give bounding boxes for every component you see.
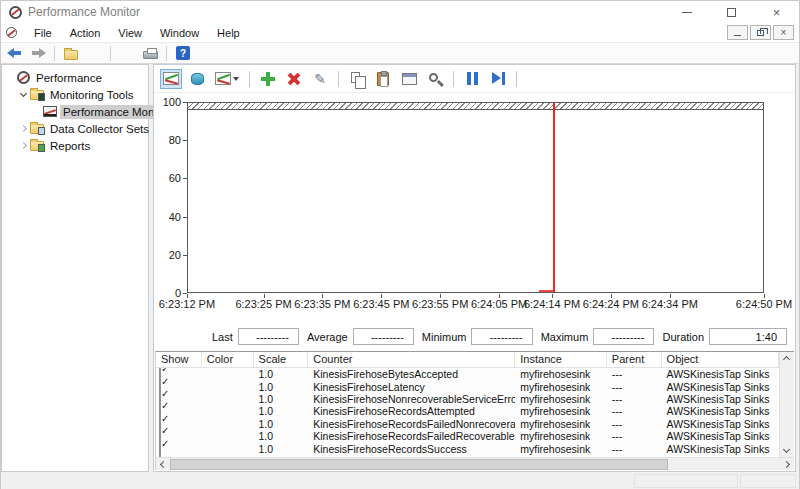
child-close-icon: × <box>781 28 787 38</box>
update-data-icon[interactable] <box>487 69 509 89</box>
toolbar-separator <box>110 46 111 61</box>
x-tick-label: 6:24:14 PM <box>524 298 580 310</box>
minimize-button[interactable] <box>664 1 709 23</box>
paste-counter-list-icon[interactable] <box>372 69 394 89</box>
menu-file[interactable]: File <box>25 25 61 41</box>
close-button[interactable]: × <box>754 1 799 23</box>
zoom-graph-icon[interactable] <box>424 69 446 89</box>
scale-cell: 1.0 <box>254 405 309 417</box>
forward-icon[interactable] <box>28 45 48 62</box>
sidebar-item-performance-monitor[interactable]: Performance Monitor <box>2 103 148 120</box>
stat-value-minimum: --------- <box>471 328 532 345</box>
tree-expander-icon[interactable] <box>19 141 29 151</box>
toolbar-separator <box>54 46 55 61</box>
counter-table: ShowColorScaleCounterInstanceParentObjec… <box>155 351 794 470</box>
y-tick-mark <box>183 178 187 179</box>
column-header-counter[interactable]: Counter <box>308 352 515 367</box>
x-tick-mark <box>764 294 765 298</box>
child-restore-icon <box>757 30 764 36</box>
sidebar-item-performance[interactable]: Performance <box>2 69 148 86</box>
column-header-show[interactable]: Show <box>156 352 202 367</box>
freeze-display-icon[interactable] <box>461 69 483 89</box>
parent-cell: --- <box>607 443 662 455</box>
horizontal-scrollbar[interactable] <box>156 457 794 470</box>
chart-plot-area[interactable] <box>187 102 764 293</box>
child-restore-button[interactable] <box>750 25 771 40</box>
child-close-button[interactable]: × <box>773 25 794 40</box>
sidebar-item-data-collector-sets[interactable]: Data Collector Sets <box>2 120 148 137</box>
object-cell: AWSKinesisTap Sinks <box>662 405 779 417</box>
stat-value-last: --------- <box>238 328 299 345</box>
help-icon[interactable]: ? <box>173 45 193 62</box>
tree-expander-icon[interactable] <box>19 124 29 134</box>
object-cell: AWSKinesisTap Sinks <box>662 381 779 393</box>
parent-cell: --- <box>607 368 662 380</box>
tree-item-label: Performance <box>33 71 105 85</box>
y-tick-mark <box>183 255 187 256</box>
y-tick-label: 80 <box>155 134 181 146</box>
column-header-color[interactable]: Color <box>202 352 254 367</box>
parent-cell: --- <box>607 381 662 393</box>
details-pane: ✎ 100806040200 6:23:12 PM6:23:25 PM6:23:… <box>153 64 796 472</box>
scroll-left-icon <box>160 461 167 468</box>
counter-cell: KinesisFirehoseRecordsSuccess <box>308 443 515 455</box>
folder-reports-icon <box>30 141 44 151</box>
sidebar-item-monitoring-tools[interactable]: Monitoring Tools <box>2 86 148 103</box>
maximize-button[interactable] <box>709 1 754 23</box>
view-log-data-icon[interactable] <box>186 69 208 89</box>
up-folder-icon[interactable] <box>61 45 81 62</box>
menu-view[interactable]: View <box>109 25 151 41</box>
no-expander <box>32 107 42 117</box>
instance-cell: myfirehosesink <box>515 368 607 380</box>
action-pane-icon[interactable] <box>196 45 216 62</box>
delete-counter-icon[interactable] <box>283 69 305 89</box>
x-tick-label: 6:23:12 PM <box>159 298 215 310</box>
column-header-instance[interactable]: Instance <box>515 352 607 367</box>
properties-icon[interactable] <box>398 69 420 89</box>
copy-properties-icon[interactable] <box>346 69 368 89</box>
console-tree: PerformanceMonitoring ToolsPerformance M… <box>1 64 149 472</box>
view-current-activity-icon[interactable] <box>160 69 182 89</box>
x-tick-mark <box>552 294 553 298</box>
instance-cell: myfirehosesink <box>515 418 607 430</box>
stat-label-minimum: Minimum <box>422 331 467 343</box>
console-tree-icon[interactable] <box>84 45 104 62</box>
scale-cell: 1.0 <box>254 443 309 455</box>
x-tick-mark <box>499 294 500 298</box>
tree-expander-icon[interactable] <box>19 90 29 100</box>
tree-item-label: Data Collector Sets <box>47 122 152 136</box>
stat-label-duration: Duration <box>662 331 704 343</box>
graph-toolbar: ✎ <box>154 65 795 93</box>
column-header-scale[interactable]: Scale <box>254 352 309 367</box>
column-header-parent[interactable]: Parent <box>607 352 662 367</box>
scrollbar-thumb[interactable] <box>170 459 668 470</box>
scroll-up-icon <box>783 356 790 363</box>
toolbar-separator <box>249 71 250 87</box>
object-cell: AWSKinesisTap Sinks <box>662 368 779 380</box>
toolbar-separator <box>453 71 454 87</box>
x-tick-mark <box>611 294 612 298</box>
sidebar-item-reports[interactable]: Reports <box>2 137 148 154</box>
x-tick-mark <box>264 294 265 298</box>
back-icon[interactable] <box>5 45 25 62</box>
column-header-object[interactable]: Object <box>662 352 779 367</box>
menu-help[interactable]: Help <box>208 25 249 41</box>
add-counter-icon[interactable] <box>257 69 279 89</box>
menu-bar-items: FileActionViewWindowHelp <box>25 25 727 41</box>
stats-bar: Last---------Average---------Minimum----… <box>154 322 795 351</box>
menu-bar: FileActionViewWindowHelp × <box>1 23 799 43</box>
print-icon[interactable] <box>140 45 160 62</box>
folder-data-icon <box>30 124 44 134</box>
menu-window[interactable]: Window <box>151 25 208 41</box>
highlight-icon[interactable]: ✎ <box>309 69 331 89</box>
menu-action[interactable]: Action <box>61 25 110 41</box>
y-tick-label: 40 <box>155 211 181 223</box>
change-graph-type-icon[interactable] <box>212 69 242 89</box>
child-minimize-button[interactable] <box>727 25 748 40</box>
instance-cell: myfirehosesink <box>515 430 607 442</box>
vertical-scrollbar[interactable] <box>779 352 794 457</box>
counter-row[interactable]: 1.0KinesisFirehoseRecordsSuccessmyfireho… <box>156 442 779 454</box>
export-list-icon[interactable] <box>117 45 137 62</box>
show-checkbox[interactable] <box>159 439 161 457</box>
title-bar: Performance Monitor × <box>1 1 799 23</box>
